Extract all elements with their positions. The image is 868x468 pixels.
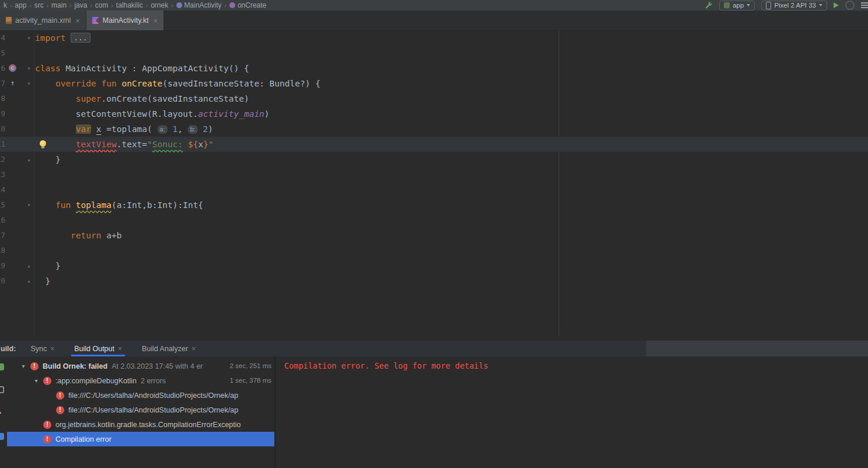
main-toolbar: app Pixel 2 API 33 [704,0,868,11]
build-row-title: org.jetbrains.kotlin.gradle.tasks.Compil… [55,421,241,429]
line-number[interactable]: 10 [0,122,5,137]
editor-line[interactable]: 8 super.onCreate(savedInstanceState) [0,91,868,106]
fold-marker[interactable]: ▾ [25,197,33,213]
line-number[interactable]: 12 [0,152,5,167]
editor-line[interactable]: 15▾ fun toplama(a:Int,b:Int):Int{ [0,197,868,213]
build-tree-row[interactable]: ▾!Build Ornek: failedAt 2.03.2023 17:45 … [7,359,274,373]
fold-marker[interactable]: ▾ [25,61,33,76]
wrench-icon[interactable] [704,1,713,10]
breadcrumb-label: com [95,1,109,9]
build-header-right-area [646,341,868,356]
breadcrumb-item[interactable]: ornek [148,1,170,9]
close-icon[interactable]: × [191,345,196,353]
line-number[interactable]: 6 [0,61,5,76]
close-icon[interactable]: × [154,16,158,25]
line-number[interactable]: 7 [0,76,5,91]
editor-line[interactable]: 16 [0,213,868,228]
editor-line[interactable]: 4▾import ... [0,30,868,46]
run-config-select[interactable]: app [719,1,755,11]
fold-marker[interactable]: ▴ [25,258,33,273]
line-number[interactable]: 9 [0,106,5,122]
build-console[interactable]: Compilation error. See log for more deta… [276,356,868,468]
menu-icon[interactable] [861,2,868,8]
fold-marker[interactable]: ▴ [25,152,33,167]
breadcrumb-item[interactable]: k [1,1,9,9]
gray-tool-icon[interactable] [0,386,4,393]
line-number[interactable]: 13 [0,167,5,182]
breadcrumb-item[interactable]: com [93,1,111,9]
editor-line[interactable]: 7↑▾ override fun onCreate(savedInstanceS… [0,76,868,91]
chevron-down-icon[interactable]: ▾ [29,377,43,384]
editor-line[interactable]: 20▴ } [0,273,868,289]
build-tree-row[interactable]: !file:///C:/Users/talha/AndroidStudioPro… [7,388,274,403]
editor-line[interactable]: 17 return a+b [0,228,868,243]
editor-tab[interactable]: activity_main.xml× [0,11,86,30]
line-number[interactable]: 5 [0,46,5,61]
breadcrumb-separator: › [146,2,148,9]
breadcrumb-item[interactable]: main [49,1,69,9]
run-config-label: app [733,2,744,9]
code-line-text: import ... [35,30,90,46]
line-number[interactable]: 4 [0,30,5,46]
line-number[interactable]: 18 [0,243,5,258]
editor-line[interactable]: 14 [0,182,868,197]
editor-line[interactable]: 13 [0,167,868,182]
navigation-bar: k›app›src›main›java›com›talhakilic›ornek… [0,0,868,11]
breadcrumb-item[interactable]: src [32,1,46,9]
editor-line[interactable]: 5 [0,46,868,61]
fold-marker[interactable]: ▾ [25,30,33,46]
build-tab-build-output[interactable]: Build Output× [69,341,127,356]
line-number[interactable]: 16 [0,213,5,228]
line-number[interactable]: 8 [0,91,5,106]
editor-tab-bar: activity_main.xml×MainActivity.kt× [0,11,868,31]
chevron-down-icon [747,4,750,6]
build-tree-row[interactable]: !file:///C:/Users/talha/AndroidStudioPro… [7,403,274,417]
breadcrumb-item[interactable]: talhakilic [114,1,145,9]
line-number[interactable]: 19 [0,258,5,273]
close-icon[interactable]: × [75,16,80,25]
breadcrumb-label: k [4,1,7,9]
gutter-class-icon[interactable]: C [9,64,16,72]
close-icon[interactable]: × [118,345,122,353]
build-tree-row[interactable]: !org.jetbrains.kotlin.gradle.tasks.Compi… [7,417,274,432]
code-line-text: class MainActivity : AppCompatActivity()… [35,61,249,76]
line-number[interactable]: 17 [0,228,5,243]
build-tab-label: Build Output [74,345,114,353]
editor-line[interactable]: 9 setContentView(R.layout.activity_main) [0,106,868,122]
editor-line[interactable]: 12▴ } [0,152,868,167]
editor-tab[interactable]: MainActivity.kt× [86,11,165,30]
editor-line[interactable]: 11 textView.text="Sonuc: ${x}" [0,137,868,152]
breadcrumb-item[interactable]: onCreate [227,1,269,9]
build-output-tree: ▾!Build Ornek: failedAt 2.03.2023 17:45 … [7,359,274,446]
breadcrumb-item[interactable]: java [72,1,89,9]
build-tree-row[interactable]: ▾!:app:compileDebugKotlin2 errors1 sec, … [7,373,274,388]
breadcrumb-item[interactable]: app [12,1,29,9]
code-line-text: return a+b [35,228,121,243]
chevron-down-icon[interactable]: ▾ [16,363,30,369]
close-icon[interactable]: × [50,345,54,353]
breadcrumb-separator: › [29,2,31,9]
editor-line[interactable]: 10 var x =toplama( a: 1, b: 2) [0,122,868,137]
gutter-override-icon[interactable]: ↑ [9,79,16,87]
code-editor[interactable]: 4▾import ...56C▾class MainActivity : App… [0,30,868,336]
line-number[interactable]: 14 [0,182,5,197]
green-tool-icon[interactable] [0,363,4,370]
editor-line[interactable]: 6C▾class MainActivity : AppCompatActivit… [0,61,868,76]
editor-line[interactable]: 19▴ } [0,258,868,273]
build-tab-build-analyzer[interactable]: Build Analyzer× [137,341,201,356]
blue-tool-icon[interactable] [0,433,4,440]
code-line-text: var x =toplama( a: 1, b: 2) [35,122,213,137]
build-tree-row[interactable]: !Compilation error [7,432,274,446]
editor-line[interactable]: 18 [0,243,868,258]
build-row-duration: 1 sec, 378 ms [225,373,271,388]
run-button[interactable] [834,2,839,8]
line-number[interactable]: 11 [0,137,5,152]
fold-marker[interactable]: ▾ [25,76,33,91]
fold-marker[interactable]: ▴ [25,273,33,289]
arrow-tool-icon[interactable]: > [0,409,4,416]
line-number[interactable]: 20 [0,273,5,289]
breadcrumb-item[interactable]: MainActivity [174,1,224,9]
build-tab-sync[interactable]: Sync× [25,341,60,356]
line-number[interactable]: 15 [0,197,5,213]
device-select[interactable]: Pixel 2 API 33 [761,1,827,11]
